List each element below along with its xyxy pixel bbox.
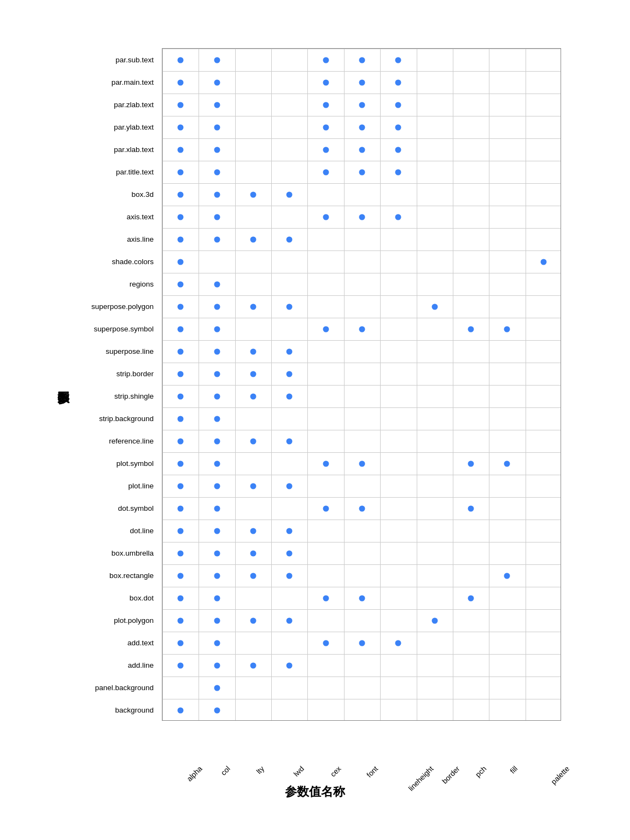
grid-line-v xyxy=(526,49,526,720)
data-dot xyxy=(359,326,365,332)
data-dot xyxy=(250,528,256,534)
data-dot xyxy=(468,505,474,511)
data-dot xyxy=(359,79,365,85)
grid-line-h xyxy=(162,542,561,542)
data-dot xyxy=(178,393,184,399)
y-label: plot.polygon xyxy=(114,616,154,624)
data-dot xyxy=(359,147,365,153)
y-label: add.text xyxy=(127,638,154,646)
x-label: border xyxy=(440,765,461,785)
data-dot xyxy=(250,662,256,668)
data-dot xyxy=(214,191,220,197)
y-label: reference.line xyxy=(109,436,154,445)
data-dot xyxy=(178,528,184,534)
data-dot xyxy=(359,460,365,466)
y-label: par.ylab.text xyxy=(114,122,154,131)
grid-line-v xyxy=(417,49,417,720)
grid-line-h xyxy=(162,295,561,296)
grid-line-h xyxy=(162,161,561,161)
y-label: panel.background xyxy=(95,683,154,691)
data-dot xyxy=(395,124,401,130)
y-label: superpose.polygon xyxy=(91,302,154,310)
data-dot xyxy=(287,236,293,242)
data-dot xyxy=(468,326,474,332)
grid-line-h xyxy=(162,430,561,430)
data-dot xyxy=(214,640,220,646)
data-dot xyxy=(214,528,220,534)
data-dot xyxy=(287,617,293,623)
x-label: font xyxy=(365,765,380,779)
data-dot xyxy=(250,438,256,444)
data-dot xyxy=(287,393,293,399)
data-dot xyxy=(178,304,184,310)
y-label: par.zlab.text xyxy=(114,100,154,108)
data-dot xyxy=(214,483,220,489)
x-axis-label: 参数值名称 xyxy=(52,784,578,800)
data-dot xyxy=(287,483,293,489)
y-label: axis.text xyxy=(126,212,154,220)
data-dot xyxy=(178,483,184,489)
data-dot xyxy=(178,617,184,623)
data-dot xyxy=(178,259,184,265)
x-label: lwd xyxy=(292,765,306,778)
data-dot xyxy=(359,169,365,175)
data-dot xyxy=(323,169,329,175)
grid-line-h xyxy=(162,116,561,116)
data-dot xyxy=(178,505,184,511)
data-dot xyxy=(214,281,220,287)
data-dot xyxy=(250,550,256,556)
data-dot xyxy=(468,460,474,466)
y-label: par.main.text xyxy=(112,78,154,86)
data-dot xyxy=(250,617,256,623)
data-dot xyxy=(250,236,256,242)
data-dot xyxy=(395,102,401,108)
chart-wrapper: 图形参数 par.sub.textpar.main.textpar.zlab.t… xyxy=(52,37,578,803)
data-dot xyxy=(323,505,329,511)
x-label: lty xyxy=(255,765,266,775)
data-dot xyxy=(178,640,184,646)
data-dot xyxy=(431,617,438,623)
grid-line-h xyxy=(162,497,561,498)
grid-line-h xyxy=(162,564,561,565)
plot-area xyxy=(162,48,561,721)
data-dot xyxy=(178,662,184,668)
data-dot xyxy=(395,169,401,175)
x-label: palette xyxy=(550,765,571,786)
data-dot xyxy=(214,326,220,332)
data-dot xyxy=(250,483,256,489)
data-dot xyxy=(178,236,184,242)
x-label: col xyxy=(219,765,232,777)
data-dot xyxy=(250,371,256,377)
grid-line-h xyxy=(162,699,561,699)
data-dot xyxy=(214,348,220,354)
data-dot xyxy=(323,460,329,466)
data-dot xyxy=(359,102,365,108)
y-labels-container: par.sub.textpar.main.textpar.zlab.textpa… xyxy=(52,48,162,721)
data-dot xyxy=(178,438,184,444)
data-dot xyxy=(214,505,220,511)
data-dot xyxy=(287,304,293,310)
data-dot xyxy=(287,438,293,444)
data-dot xyxy=(178,79,184,85)
data-dot xyxy=(323,57,329,63)
x-label: alpha xyxy=(185,765,204,783)
data-dot xyxy=(178,191,184,197)
data-dot xyxy=(214,57,220,63)
grid-line-v xyxy=(162,49,163,720)
data-dot xyxy=(323,595,329,601)
data-dot xyxy=(468,595,474,601)
grid-line-h xyxy=(162,340,561,341)
data-dot xyxy=(214,124,220,130)
y-label: plot.symbol xyxy=(116,459,154,467)
chart-container: 图形参数 par.sub.textpar.main.textpar.zlab.t… xyxy=(0,0,630,840)
data-dot xyxy=(395,57,401,63)
data-dot xyxy=(250,304,256,310)
data-dot xyxy=(178,57,184,63)
x-label: fill xyxy=(509,765,520,775)
data-dot xyxy=(323,640,329,646)
data-dot xyxy=(178,550,184,556)
data-dot xyxy=(214,662,220,668)
grid-line-h xyxy=(162,71,561,72)
y-label: strip.background xyxy=(99,414,154,422)
grid-line-h xyxy=(162,654,561,655)
